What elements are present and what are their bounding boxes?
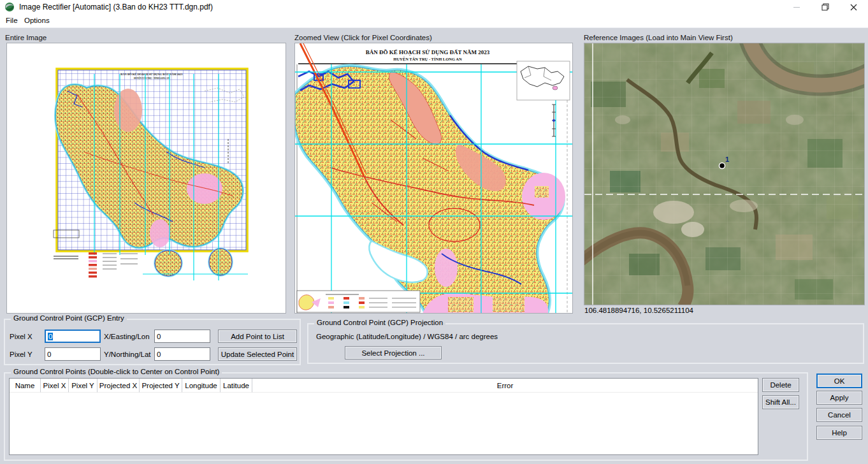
gcp-entry-group-label: Ground Control Point (GCP) Entry [11, 314, 127, 322]
delete-button[interactable]: Delete [762, 378, 799, 392]
pixel-x-label: Pixel X [10, 333, 33, 340]
reference-images-label: Reference Images (Load into Main View Fi… [584, 34, 733, 41]
close-button[interactable] [839, 0, 868, 14]
col-projected-x[interactable]: Projected X [98, 379, 140, 393]
gcp-list-header: Name Pixel X Pixel Y Projected X Project… [10, 379, 758, 393]
svg-text:HUYỆN TÂN TRỤ - TỈNH LONG AN: HUYỆN TÂN TRỤ - TỈNH LONG AN [393, 57, 462, 61]
svg-text:HUYỆN TÂN TRỤ - TỈNH LONG AN: HUYỆN TÂN TRỤ - TỈNH LONG AN [134, 76, 170, 80]
restore-icon [821, 3, 829, 11]
select-projection-button[interactable]: Select Projection ... [345, 346, 442, 359]
zoomed-view-label: Zoomed View (Click for Pixel Coordinates… [294, 34, 432, 41]
gcp-marker-dot [720, 163, 725, 169]
pixel-y-label: Pixel Y [10, 351, 33, 358]
gcp-list[interactable]: Name Pixel X Pixel Y Projected X Project… [9, 378, 758, 455]
easting-input[interactable]: 0 [154, 330, 210, 343]
svg-text:BẢN ĐỒ KẾ HOẠCH SỬ DỤNG ĐẤT NĂ: BẢN ĐỒ KẾ HOẠCH SỬ DỤNG ĐẤT NĂM 2023 [120, 73, 183, 76]
col-error[interactable]: Error [252, 379, 758, 393]
gcp-projection-group-label: Ground Control Point (GCP) Projection [314, 319, 445, 326]
pixel-x-input[interactable]: 0 [45, 330, 101, 343]
add-point-button[interactable]: Add Point to List [218, 330, 297, 343]
gcp-list-group-label: Ground Control Points (Double-click to C… [11, 368, 222, 375]
apply-button[interactable]: Apply [816, 391, 862, 405]
col-pixel-y[interactable]: Pixel Y [69, 379, 98, 393]
entire-image-map: BẢN ĐỒ KẾ HOẠCH SỬ DỤNG ĐẤT NĂM 2023 HUY… [7, 43, 286, 313]
menu-file[interactable]: File [2, 14, 22, 27]
pixel-y-input[interactable]: 0 [45, 347, 101, 361]
help-button[interactable]: Help [816, 426, 862, 440]
col-name[interactable]: Name [10, 379, 41, 393]
col-latitude[interactable]: Latitude [221, 379, 252, 393]
image-rectifier-dialog: Image Rectifier [Automatic] (3.Ban do KH… [0, 0, 868, 464]
entire-image-view[interactable]: BẢN ĐỒ KẾ HOẠCH SỬ DỤNG ĐẤT NĂM 2023 HUY… [6, 43, 286, 314]
shift-all-button[interactable]: Shift All... [762, 395, 799, 409]
zoomed-view[interactable]: BẢN ĐỒ KẾ HOẠCH SỬ DỤNG ĐẤT NĂM 2023 HUY… [294, 43, 573, 314]
easting-label: X/Easting/Lon [104, 333, 150, 340]
menu-options[interactable]: Options [20, 14, 54, 27]
northing-input[interactable]: 0 [154, 347, 210, 361]
satellite-image: 1 [584, 43, 864, 305]
gcp-marker-label: 1 [725, 156, 729, 163]
title-bar: Image Rectifier [Automatic] (3.Ban do KH… [0, 0, 868, 14]
northing-label: Y/Northing/Lat [104, 351, 151, 358]
window-title: Image Rectifier [Automatic] (3.Ban do KH… [19, 0, 213, 14]
cancel-button[interactable]: Cancel [816, 408, 862, 422]
reference-coordinates: 106.4818894716, 10.5265211104 [584, 307, 693, 314]
zoomed-map: BẢN ĐỒ KẾ HOẠCH SỬ DỤNG ĐẤT NĂM 2023 HUY… [295, 43, 572, 313]
minimize-button[interactable] [782, 0, 811, 14]
menu-bar: File Options [0, 14, 868, 28]
projection-value: Geographic (Latitude/Longitude) / WGS84 … [316, 333, 498, 340]
ok-button[interactable]: OK [816, 373, 862, 388]
reference-image-view[interactable]: 1 [584, 43, 865, 305]
col-projected-y[interactable]: Projected Y [140, 379, 182, 393]
app-globe-icon [4, 2, 15, 12]
col-longitude[interactable]: Longitude [182, 379, 221, 393]
entire-image-label: Entire Image [5, 34, 47, 41]
update-point-button[interactable]: Update Selected Point [218, 347, 297, 361]
svg-text:BẢN ĐỒ KẾ HOẠCH SỬ DỤNG ĐẤT NĂ: BẢN ĐỒ KẾ HOẠCH SỬ DỤNG ĐẤT NĂM 2023 [366, 49, 490, 55]
close-icon [850, 4, 857, 11]
restore-button[interactable] [811, 0, 839, 14]
col-pixel-x[interactable]: Pixel X [41, 379, 69, 393]
